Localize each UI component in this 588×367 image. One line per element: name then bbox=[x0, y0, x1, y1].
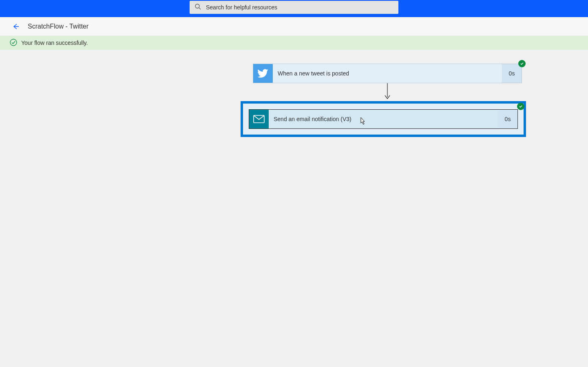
arrow-left-icon bbox=[12, 23, 19, 30]
success-banner: Your flow ran successfully. bbox=[0, 36, 588, 50]
banner-message: Your flow ran successfully. bbox=[21, 40, 88, 46]
success-badge-icon bbox=[518, 60, 526, 67]
search-box[interactable] bbox=[190, 1, 398, 14]
flow-step-label: When a new tweet is posted bbox=[273, 64, 502, 83]
flow-step-label: Send an email notification (V3) bbox=[269, 110, 498, 128]
success-badge-icon bbox=[517, 103, 524, 110]
twitter-icon bbox=[253, 64, 273, 83]
flow-step-action-selected[interactable]: Send an email notification (V3) 0s bbox=[241, 101, 526, 137]
flow-step-duration: 0s bbox=[498, 110, 517, 128]
arrow-down-icon bbox=[383, 83, 391, 101]
search-icon bbox=[195, 3, 201, 11]
flow-canvas: When a new tweet is posted 0s bbox=[0, 50, 588, 367]
back-button[interactable] bbox=[11, 22, 20, 31]
topbar bbox=[0, 0, 588, 17]
flow-step-trigger[interactable]: When a new tweet is posted 0s bbox=[253, 64, 522, 83]
page-header: ScratchFlow - Twitter bbox=[0, 17, 588, 36]
flow-connector-arrow bbox=[383, 83, 391, 101]
svg-point-3 bbox=[10, 39, 17, 46]
svg-line-1 bbox=[199, 8, 201, 9]
svg-point-0 bbox=[195, 4, 199, 8]
flow-step-duration: 0s bbox=[502, 64, 522, 83]
checkmark-circle-icon bbox=[10, 39, 17, 47]
search-input[interactable] bbox=[206, 4, 393, 11]
page-title: ScratchFlow - Twitter bbox=[28, 23, 88, 30]
mail-icon bbox=[249, 110, 269, 128]
